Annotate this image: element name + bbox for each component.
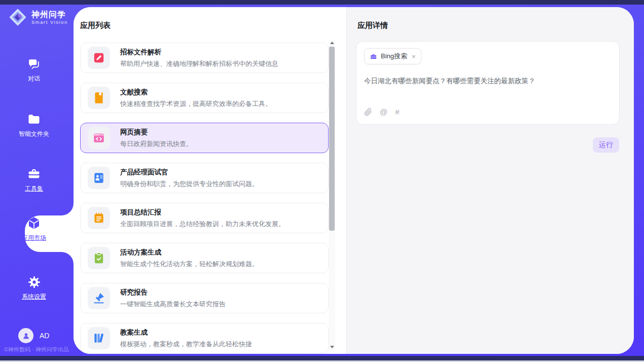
book-icon bbox=[92, 91, 105, 104]
brand-subtitle: Smart Vision bbox=[31, 19, 68, 25]
sidebar-item-smart-folder[interactable]: 智能文件夹 bbox=[0, 112, 68, 138]
briefcase-icon bbox=[27, 167, 41, 181]
at-icon[interactable]: @ bbox=[380, 107, 387, 116]
prompt-text-input[interactable]: 今日湖北有哪些新闻要点？有哪些需要关注的最新政策？ bbox=[364, 76, 612, 86]
app-list-panel: 应用列表 招标文件解析 帮助用户快速、准确地理解和解析招标书中的关键信息 bbox=[74, 7, 346, 354]
copyright-footer: ©神州数码 · 神州问学出品 bbox=[4, 346, 85, 353]
app-window: 神州问学 Smart Vision 对话 智能文件夹 工具集 应用市场 系统设置… bbox=[0, 0, 644, 362]
sidebar-item-settings[interactable]: 系统设置 bbox=[0, 275, 68, 301]
tool-tag-close-icon[interactable]: × bbox=[412, 53, 416, 60]
run-button[interactable]: 运行 bbox=[593, 137, 619, 153]
app-icon-box bbox=[88, 207, 110, 229]
sidebar-item-chat[interactable]: 对话 bbox=[0, 57, 68, 83]
app-card[interactable]: 网页摘要 每日政府新闻资讯快查。 bbox=[80, 123, 329, 153]
app-icon-box bbox=[88, 287, 110, 309]
avatar bbox=[18, 328, 33, 343]
sidebar-item-label: 智能文件夹 bbox=[19, 130, 49, 138]
app-card[interactable]: 活动方案生成 智能生成个性化活动方案，轻松解决规划难题。 bbox=[80, 243, 329, 273]
app-name: 招标文件解析 bbox=[120, 48, 278, 57]
app-description: 模板驱动，教案秒成，教学准备从此轻松快捷 bbox=[120, 340, 252, 349]
main-content: 应用列表 招标文件解析 帮助用户快速、准确地理解和解析招标书中的关键信息 bbox=[74, 7, 634, 354]
interview-icon bbox=[92, 171, 105, 185]
doc-edit-icon bbox=[92, 51, 105, 64]
note-icon bbox=[92, 211, 105, 225]
sidebar-item-label: 应用市场 bbox=[22, 234, 46, 242]
user-account[interactable]: AD bbox=[18, 328, 49, 343]
scrollbar[interactable] bbox=[329, 40, 335, 350]
brand-logo: 神州问学 Smart Vision bbox=[8, 8, 68, 27]
tool-tag-bing-search[interactable]: Bing搜索 × bbox=[364, 48, 421, 64]
app-description: 全面回顾项目进展，总结经验教训，助力未来优化发展。 bbox=[120, 220, 285, 229]
prompt-input-card[interactable]: Bing搜索 × 今日湖北有哪些新闻要点？有哪些需要关注的最新政策？ @ # bbox=[356, 41, 620, 125]
app-detail-panel: 应用详情 Bing搜索 × 今日湖北有哪些新闻要点？有哪些需要关注的最新政策？ … bbox=[346, 7, 634, 354]
app-description: 智能生成个性化活动方案，轻松解决规划难题。 bbox=[120, 260, 259, 269]
hash-icon[interactable]: # bbox=[395, 107, 399, 116]
user-name: AD bbox=[40, 332, 49, 340]
tool-tag-label: Bing搜索 bbox=[381, 52, 407, 61]
folder-icon bbox=[27, 112, 41, 126]
diamond-logo-icon bbox=[8, 8, 27, 27]
sidebar-item-toolset[interactable]: 工具集 bbox=[0, 167, 68, 193]
app-name: 活动方案生成 bbox=[120, 248, 259, 257]
clipboard-check-icon bbox=[92, 251, 105, 265]
scrollbar-thumb[interactable] bbox=[329, 47, 335, 231]
app-icon-box bbox=[88, 167, 110, 189]
sidebar-item-label: 对话 bbox=[28, 75, 40, 83]
chat-icon bbox=[27, 57, 41, 71]
app-card[interactable]: 文献搜索 快速精准查找学术资源，提高研究效率的必备工具。 bbox=[80, 83, 329, 113]
app-icon-box bbox=[88, 87, 110, 109]
browser-code-icon bbox=[92, 131, 105, 144]
app-name: 项目总结汇报 bbox=[120, 208, 285, 217]
scrollbar-down-arrow[interactable] bbox=[329, 344, 335, 350]
app-name: 网页摘要 bbox=[120, 128, 193, 137]
paperclip-icon[interactable] bbox=[364, 108, 372, 116]
report-pen-icon bbox=[92, 292, 105, 305]
app-icon-box bbox=[88, 47, 110, 69]
sidebar-item-app-market[interactable]: 应用市场 bbox=[0, 215, 68, 242]
app-description: 明确身份和职责，为您提供专业性的面试问题。 bbox=[120, 179, 259, 189]
sidebar-item-label: 工具集 bbox=[25, 185, 43, 193]
app-card[interactable]: 研究报告 一键智能生成高质量长文本研究报告 bbox=[80, 283, 329, 313]
input-toolbar: @ # bbox=[364, 107, 400, 116]
scrollbar-up-arrow[interactable] bbox=[329, 40, 335, 46]
brand-name: 神州问学 bbox=[31, 10, 68, 19]
app-name: 产品经理面试官 bbox=[120, 168, 259, 177]
app-icon-box bbox=[88, 127, 110, 149]
cube-icon bbox=[26, 215, 42, 231]
app-detail-title: 应用详情 bbox=[357, 21, 388, 30]
app-description: 一键智能生成高质量长文本研究报告 bbox=[120, 300, 226, 309]
app-card[interactable]: 招标文件解析 帮助用户快速、准确地理解和解析招标书中的关键信息 bbox=[80, 43, 329, 73]
app-card[interactable]: 项目总结汇报 全面回顾项目进展，总结经验教训，助力未来优化发展。 bbox=[80, 203, 329, 233]
books-icon bbox=[92, 332, 105, 345]
app-name: 文献搜索 bbox=[120, 88, 272, 97]
app-name: 研究报告 bbox=[120, 288, 226, 297]
app-description: 每日政府新闻资讯快查。 bbox=[120, 139, 193, 149]
app-name: 教案生成 bbox=[120, 328, 252, 337]
app-card-list: 招标文件解析 帮助用户快速、准确地理解和解析招标书中的关键信息 文献搜索 快速精… bbox=[80, 43, 329, 354]
briefcase-icon bbox=[370, 53, 377, 60]
app-card[interactable]: 教案生成 模板驱动，教案秒成，教学准备从此轻松快捷 bbox=[80, 323, 329, 353]
app-icon-box bbox=[88, 247, 110, 269]
app-icon-box bbox=[88, 327, 110, 349]
app-card[interactable]: 产品经理面试官 明确身份和职责，为您提供专业性的面试问题。 bbox=[80, 163, 329, 193]
sidebar-item-label: 系统设置 bbox=[22, 293, 46, 301]
app-description: 帮助用户快速、准确地理解和解析招标书中的关键信息 bbox=[120, 59, 278, 68]
app-description: 快速精准查找学术资源，提高研究效率的必备工具。 bbox=[120, 99, 272, 108]
person-icon bbox=[22, 332, 30, 340]
gear-icon bbox=[27, 275, 41, 289]
app-list-title: 应用列表 bbox=[80, 21, 111, 30]
